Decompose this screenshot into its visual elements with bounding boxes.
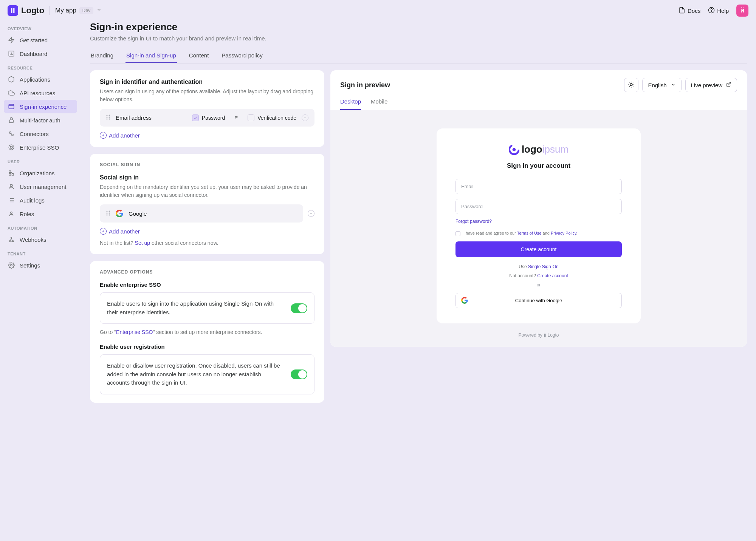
tab-content[interactable]: Content bbox=[188, 48, 210, 63]
sidebar-item-label: Dashboard bbox=[20, 51, 47, 57]
registration-title: Enable user registration bbox=[100, 343, 314, 350]
svg-point-14 bbox=[9, 145, 14, 150]
sidebar-item-api-resources[interactable]: API resources bbox=[4, 86, 77, 100]
live-preview-button[interactable]: Live preview bbox=[685, 78, 737, 92]
svg-point-28 bbox=[11, 237, 12, 238]
sidebar-item-label: Applications bbox=[20, 76, 50, 83]
sidebar-item-label: User management bbox=[20, 184, 66, 190]
sidebar-item-settings[interactable]: Settings bbox=[4, 258, 77, 272]
tab-branding[interactable]: Branding bbox=[90, 48, 114, 63]
docs-link[interactable]: Docs bbox=[679, 7, 700, 15]
svg-point-30 bbox=[12, 241, 14, 242]
page-title: Sign-in experience bbox=[90, 21, 747, 33]
sidebar-item-user-management[interactable]: User management bbox=[4, 180, 77, 193]
theme-toggle-button[interactable] bbox=[624, 78, 638, 92]
swap-icon[interactable] bbox=[232, 114, 240, 121]
preview-canvas: logoipsum Sign in your account Email Pas… bbox=[330, 110, 747, 347]
preview-password-input[interactable]: Password bbox=[455, 199, 622, 214]
language-select[interactable]: English bbox=[642, 78, 681, 92]
sidebar-item-roles[interactable]: Roles bbox=[4, 207, 77, 221]
registration-toggle[interactable] bbox=[291, 369, 307, 379]
social-hint: Not in the list? Set up other social con… bbox=[100, 240, 314, 246]
app-switcher[interactable]: My app Dev bbox=[55, 7, 102, 14]
logo-mark-icon bbox=[8, 5, 18, 16]
sso-link[interactable]: Single Sign-On bbox=[528, 264, 559, 269]
topbar: Logto My app Dev Docs Help Й bbox=[0, 0, 756, 21]
sidebar-item-applications[interactable]: Applications bbox=[4, 73, 77, 86]
page-subtitle: Customize the sign in UI to match your b… bbox=[90, 35, 747, 42]
sun-icon bbox=[628, 81, 635, 89]
social-connector-row: Google bbox=[100, 204, 303, 223]
drag-handle-icon[interactable] bbox=[106, 114, 110, 121]
svg-point-35 bbox=[109, 117, 110, 118]
preview-tab-desktop[interactable]: Desktop bbox=[340, 98, 361, 110]
shield-icon bbox=[8, 144, 15, 151]
svg-point-50 bbox=[630, 83, 632, 86]
svg-point-61 bbox=[513, 148, 516, 151]
sso-toggle[interactable] bbox=[291, 303, 307, 313]
preview-heading: Sign in your account bbox=[455, 162, 622, 170]
sidebar-item-audit-logs[interactable]: Audit logs bbox=[4, 193, 77, 207]
continue-google-button[interactable]: Continue with Google bbox=[455, 293, 622, 308]
help-label: Help bbox=[717, 8, 729, 14]
preview-forgot-link[interactable]: Forgot password? bbox=[455, 219, 622, 224]
card-description: Depending on the mandatory identifier yo… bbox=[100, 183, 314, 199]
sidebar-item-get-started[interactable]: Get started bbox=[4, 33, 77, 47]
logo[interactable]: Logto bbox=[8, 5, 44, 16]
svg-rect-17 bbox=[12, 174, 14, 176]
tab-password-policy[interactable]: Password policy bbox=[221, 48, 263, 63]
terms-checkbox[interactable] bbox=[455, 231, 460, 236]
remove-icon[interactable] bbox=[302, 114, 308, 121]
use-sso-text: Use Single Sign-On bbox=[455, 264, 622, 269]
password-checkbox-group[interactable]: Password bbox=[192, 114, 225, 121]
sidebar-item-webhooks[interactable]: Webhooks bbox=[4, 233, 77, 246]
sidebar-item-label: Get started bbox=[20, 37, 48, 43]
tab-signin-signup[interactable]: Sign-in and Sign-up bbox=[125, 48, 177, 63]
add-another-social[interactable]: Add another bbox=[100, 228, 314, 235]
terms-of-use-link[interactable]: Terms of Use bbox=[517, 231, 542, 235]
logo-text: Logto bbox=[21, 6, 44, 15]
lock-icon bbox=[8, 116, 15, 124]
svg-point-31 bbox=[11, 264, 12, 266]
sidebar-item-enterprise-sso[interactable]: Enterprise SSO bbox=[4, 141, 77, 154]
preview-tab-mobile[interactable]: Mobile bbox=[371, 98, 387, 110]
sidebar-item-dashboard[interactable]: Dashboard bbox=[4, 47, 77, 60]
no-account-text: Not account? Create account bbox=[455, 273, 622, 278]
sidebar-item-label: Webhooks bbox=[20, 236, 46, 243]
svg-point-15 bbox=[10, 146, 12, 148]
svg-point-34 bbox=[107, 117, 108, 118]
create-account-link[interactable]: Create account bbox=[537, 273, 568, 278]
enterprise-sso-link[interactable]: Enterprise SSO bbox=[116, 329, 153, 335]
sidebar-item-signin-experience[interactable]: Sign-in experience bbox=[4, 100, 77, 113]
verification-checkbox-group[interactable]: Verification code bbox=[248, 114, 296, 121]
sidebar-item-label: Organizations bbox=[20, 170, 55, 176]
preview-tabs: Desktop Mobile bbox=[330, 92, 747, 110]
card-title: Sign in identifier and authentication bbox=[100, 79, 314, 85]
sidebar-item-connectors[interactable]: Connectors bbox=[4, 127, 77, 141]
svg-point-3 bbox=[711, 11, 712, 12]
svg-point-32 bbox=[107, 115, 108, 116]
help-link[interactable]: Help bbox=[708, 7, 729, 15]
svg-rect-9 bbox=[9, 104, 14, 109]
sidebar-item-mfa[interactable]: Multi-factor auth bbox=[4, 113, 77, 127]
preview-email-input[interactable]: Email bbox=[455, 179, 622, 194]
svg-rect-0 bbox=[11, 8, 12, 13]
privacy-policy-link[interactable]: Privacy Policy bbox=[551, 231, 576, 235]
drag-handle-icon[interactable] bbox=[106, 210, 110, 217]
avatar[interactable]: Й bbox=[736, 5, 748, 17]
setup-link[interactable]: Set up bbox=[135, 240, 150, 246]
plus-circle-icon bbox=[100, 228, 107, 235]
card-description: Users can sign in using any of the optio… bbox=[100, 88, 314, 104]
sidebar-item-organizations[interactable]: Organizations bbox=[4, 166, 77, 180]
add-another-signin[interactable]: Add another bbox=[100, 132, 314, 139]
create-account-button[interactable]: Create account bbox=[455, 241, 622, 257]
remove-icon[interactable] bbox=[308, 210, 314, 217]
preview-terms: I have read and agree to our Terms of Us… bbox=[455, 231, 622, 236]
card-title: Social sign in bbox=[100, 174, 314, 181]
signin-method-row: Email address Password Verification code bbox=[100, 109, 314, 127]
svg-point-37 bbox=[109, 119, 110, 120]
avatar-letter: Й bbox=[741, 8, 744, 14]
identifier-label: Email address bbox=[116, 114, 152, 121]
svg-point-29 bbox=[9, 241, 10, 242]
svg-line-19 bbox=[11, 172, 13, 173]
